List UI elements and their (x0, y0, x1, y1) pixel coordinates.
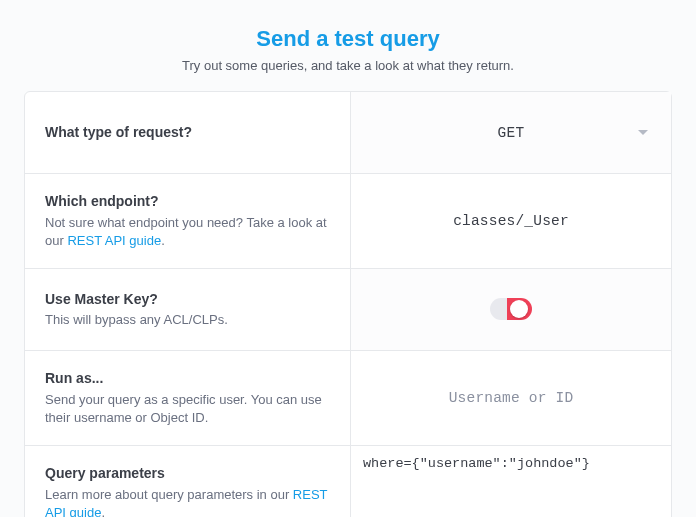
label-cell-request-type: What type of request? (25, 92, 350, 173)
test-query-panel: Send a test query Try out some queries, … (0, 0, 696, 517)
page-subtitle: Try out some queries, and take a look at… (24, 58, 672, 73)
page-title: Send a test query (24, 26, 672, 52)
rest-api-guide-link[interactable]: REST API guide (67, 233, 161, 248)
label-request-type: What type of request? (45, 123, 330, 143)
toggle-knob (510, 300, 528, 318)
label-master-key: Use Master Key? (45, 290, 330, 310)
master-key-toggle[interactable] (490, 298, 532, 320)
label-cell-query-params: Query parameters Learn more about query … (25, 446, 350, 517)
label-endpoint: Which endpoint? (45, 192, 330, 212)
row-master-key: Use Master Key? This will bypass any ACL… (25, 269, 671, 351)
desc-query-params-prefix: Learn more about query parameters in our (45, 487, 293, 502)
desc-endpoint-suffix: . (161, 233, 165, 248)
control-run-as (350, 351, 671, 445)
row-request-type: What type of request? GET (25, 92, 671, 174)
desc-endpoint: Not sure what endpoint you need? Take a … (45, 214, 330, 250)
control-endpoint (350, 174, 671, 268)
run-as-input[interactable] (351, 351, 671, 445)
desc-master-key: This will bypass any ACL/CLPs. (45, 311, 330, 329)
endpoint-input[interactable] (351, 174, 671, 268)
desc-query-params: Learn more about query parameters in our… (45, 486, 330, 517)
form-panel: What type of request? GET Which endpoint… (24, 91, 672, 517)
desc-query-params-suffix: . (101, 505, 105, 517)
control-query-params (350, 446, 671, 517)
desc-run-as: Send your query as a specific user. You … (45, 391, 330, 427)
label-cell-run-as: Run as... Send your query as a specific … (25, 351, 350, 445)
control-master-key (350, 269, 671, 350)
query-params-textarea[interactable] (351, 446, 671, 517)
chevron-down-icon (637, 129, 649, 137)
row-endpoint: Which endpoint? Not sure what endpoint y… (25, 174, 671, 269)
label-cell-endpoint: Which endpoint? Not sure what endpoint y… (25, 174, 350, 268)
row-query-params: Query parameters Learn more about query … (25, 446, 671, 517)
label-run-as: Run as... (45, 369, 330, 389)
row-run-as: Run as... Send your query as a specific … (25, 351, 671, 446)
label-query-params: Query parameters (45, 464, 330, 484)
control-request-type: GET (350, 92, 671, 173)
label-cell-master-key: Use Master Key? This will bypass any ACL… (25, 269, 350, 350)
request-type-select[interactable]: GET (351, 92, 671, 173)
request-type-value: GET (497, 125, 524, 141)
